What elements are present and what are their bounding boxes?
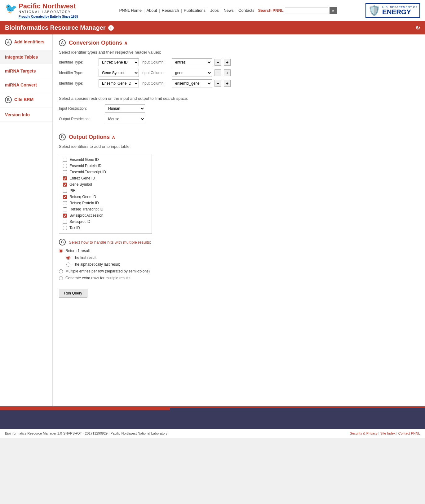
- identifier-row-3: Identifier Type: Ensembl Gene ID Input C…: [59, 79, 419, 87]
- cb-row-swissprot-accession: Swissprot Accession: [63, 212, 148, 219]
- cb-label-gene-symbol: Gene Symbol: [69, 182, 92, 187]
- cb-row-ensembl-transcript: Ensembl Transcript ID: [63, 169, 148, 175]
- multiple-hits-label: Select how to handle hits with multiple …: [69, 240, 151, 245]
- search-input[interactable]: [285, 7, 328, 14]
- cb-ensembl-transcript[interactable]: [63, 170, 67, 174]
- cb-pir[interactable]: [63, 189, 67, 193]
- cb-label-swissprot-id: Swissprot ID: [69, 219, 90, 224]
- sidebar-item-version-info[interactable]: Version Info: [0, 108, 52, 122]
- radio-row-first: The first result: [59, 254, 419, 261]
- add-row-btn-1[interactable]: +: [224, 59, 231, 66]
- cb-row-refseq-transcript: Refseq Transcript ID: [63, 206, 148, 212]
- nav-jobs[interactable]: Jobs: [210, 8, 219, 13]
- refresh-icon[interactable]: ↻: [415, 24, 420, 31]
- multiple-hits-badge-c: C: [59, 239, 66, 245]
- remove-row-btn-1[interactable]: −: [215, 59, 221, 66]
- logo-area: Pacific Northwest NATIONAL LABORATORY Pr…: [19, 2, 78, 18]
- cb-swissprot-id[interactable]: [63, 220, 67, 224]
- content-area: A Conversion Options ∧ Select identifier…: [53, 34, 425, 406]
- cb-refseq-transcript[interactable]: [63, 207, 67, 211]
- id-type-label-1: Identifier Type:: [59, 60, 96, 64]
- identifier-checkboxes: Ensembl Gene ID Ensembl Protein ID Ensem…: [59, 154, 152, 234]
- footer-link-contact[interactable]: Contact PNNL: [398, 431, 420, 435]
- search-label: Search PNNL: [258, 8, 283, 13]
- radio-first[interactable]: [66, 256, 70, 260]
- cb-label-ensembl-protein: Ensembl Protein ID: [69, 164, 101, 168]
- cb-label-tax-id: Tax ID: [69, 226, 80, 230]
- footer-bottom: Bioinformatics Resource Manager 1.0-SNAP…: [0, 429, 425, 438]
- conversion-chevron[interactable]: ∧: [124, 40, 128, 46]
- id-type-select-2[interactable]: Gene Symbol: [99, 69, 139, 77]
- nav-news[interactable]: News: [224, 8, 234, 13]
- conversion-badge-a: A: [59, 39, 66, 46]
- input-col-select-2[interactable]: gene: [172, 69, 212, 77]
- nav-about[interactable]: About: [146, 8, 157, 13]
- output-title: Output Options: [69, 134, 110, 140]
- cb-ensembl-gene[interactable]: [63, 158, 67, 162]
- add-row-btn-2[interactable]: +: [224, 69, 231, 76]
- id-type-select-3[interactable]: Ensembl Gene ID: [99, 79, 139, 87]
- nav-research[interactable]: Research: [162, 8, 179, 13]
- conversion-title: Conversion Options: [69, 40, 122, 46]
- footer: Bioinformatics Resource Manager 1.0-SNAP…: [0, 406, 425, 438]
- radio-extra-rows[interactable]: [59, 276, 63, 280]
- identifier-rows: Identifier Type: Entrez Gene ID Input Co…: [53, 58, 425, 93]
- input-restriction-select[interactable]: Human Mouse Rat: [105, 104, 145, 113]
- output-restriction-row: Output Restriction: Mouse Human Rat: [59, 115, 419, 123]
- radio-label-first: The first result: [73, 255, 96, 260]
- cb-label-entrez-gene: Entrez Gene ID: [69, 176, 95, 180]
- cb-row-ensembl-protein: Ensembl Protein ID: [63, 163, 148, 169]
- cb-entrez-gene[interactable]: [63, 176, 67, 180]
- cb-row-gene-symbol: Gene Symbol: [63, 181, 148, 188]
- cb-row-tax-id: Tax ID: [63, 225, 148, 231]
- nav-pnnl-home[interactable]: PNNL Home: [119, 8, 142, 13]
- run-query-button[interactable]: Run Query: [59, 289, 87, 298]
- output-restriction-label: Output Restriction:: [59, 117, 102, 121]
- sidebar-badge-a: A: [5, 39, 12, 46]
- sidebar-badge-b: B: [5, 96, 12, 103]
- radio-alpha-last[interactable]: [66, 263, 70, 267]
- radio-label-extra-rows: Generate extra rows for multiple results: [65, 276, 130, 280]
- footer-content-area: [0, 410, 425, 429]
- add-row-btn-3[interactable]: +: [224, 80, 231, 87]
- radio-multi[interactable]: [59, 269, 63, 273]
- cb-ensembl-protein[interactable]: [63, 164, 67, 168]
- remove-row-btn-2[interactable]: −: [215, 69, 221, 76]
- id-type-select-1[interactable]: Entrez Gene ID: [99, 58, 139, 66]
- sidebar-item-mirna-targets[interactable]: miRNA Targets: [0, 64, 52, 78]
- cb-label-pir: PIR: [69, 188, 76, 193]
- output-section-header: B Output Options ∧: [53, 129, 425, 143]
- radio-return1[interactable]: [59, 249, 63, 253]
- nav-publications[interactable]: Publications: [184, 8, 206, 13]
- cb-label-refseq-gene: Refseq Gene ID: [69, 195, 96, 199]
- info-icon[interactable]: i: [108, 25, 114, 31]
- sidebar-item-cite-brm[interactable]: B Cite BRM: [0, 92, 52, 108]
- sidebar-item-add-identifiers[interactable]: A Add Identifiers: [0, 34, 52, 50]
- sidebar-item-integrate-tables[interactable]: Integrate Tables: [0, 50, 52, 64]
- output-restriction-select[interactable]: Mouse Human Rat: [105, 115, 145, 123]
- footer-copyright: Bioinformatics Resource Manager 1.0-SNAP…: [5, 431, 167, 435]
- footer-link-security[interactable]: Security & Privacy: [350, 431, 378, 435]
- input-col-label-3: Input Column:: [141, 81, 169, 86]
- output-section: Ensembl Gene ID Ensembl Protein ID Ensem…: [53, 154, 425, 239]
- radio-row-multi: Multiple entries per row (separated by s…: [59, 268, 419, 275]
- sidebar-label-mirna-convert: miRNA Convert: [5, 82, 37, 87]
- cb-tax-id[interactable]: [63, 226, 67, 230]
- footer-link-site-index[interactable]: Site Index: [380, 431, 396, 435]
- id-type-label-3: Identifier Type:: [59, 81, 96, 86]
- search-button[interactable]: »: [330, 7, 337, 14]
- remove-row-btn-3[interactable]: −: [215, 80, 221, 87]
- cb-swissprot-accession[interactable]: [63, 214, 67, 218]
- input-col-select-1[interactable]: entrez: [172, 58, 212, 66]
- input-col-select-3[interactable]: ensembl_gene: [172, 79, 212, 87]
- footer-links: Security & Privacy | Site Index | Contac…: [350, 431, 420, 435]
- cb-refseq-protein[interactable]: [63, 201, 67, 205]
- cb-refseq-gene[interactable]: [63, 195, 67, 199]
- output-chevron[interactable]: ∧: [112, 134, 115, 140]
- sidebar-item-mirna-convert[interactable]: miRNA Convert: [0, 78, 52, 92]
- cb-gene-symbol[interactable]: [63, 183, 67, 187]
- species-section-label: Select a species restriction on the inpu…: [53, 93, 425, 104]
- nav-contacts[interactable]: Contacts: [238, 8, 254, 13]
- sidebar-label-mirna-targets: miRNA Targets: [5, 69, 36, 73]
- cb-label-refseq-protein: Refseq Protein ID: [69, 201, 99, 205]
